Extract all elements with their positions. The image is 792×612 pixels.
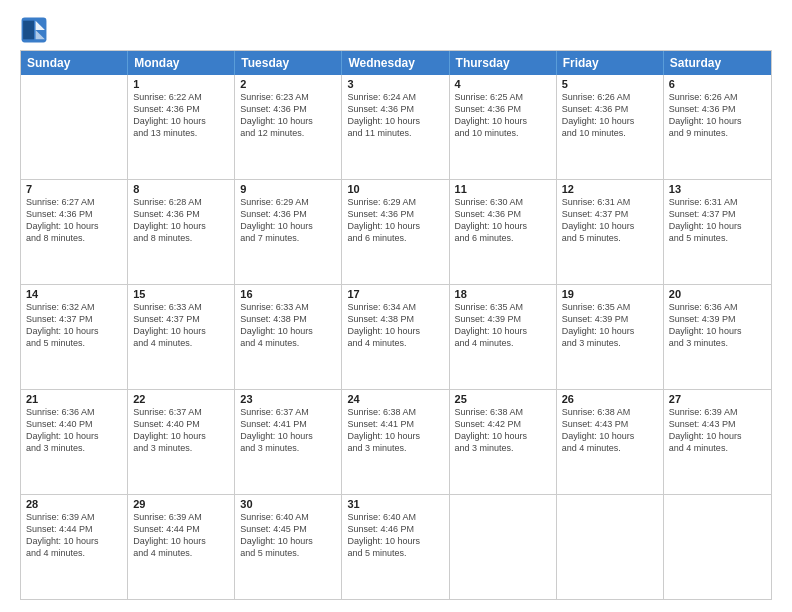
day-info: Sunrise: 6:24 AM Sunset: 4:36 PM Dayligh…	[347, 91, 443, 140]
calendar-cell	[557, 495, 664, 599]
day-info: Sunrise: 6:38 AM Sunset: 4:41 PM Dayligh…	[347, 406, 443, 455]
calendar-cell: 26Sunrise: 6:38 AM Sunset: 4:43 PM Dayli…	[557, 390, 664, 494]
calendar-cell: 2Sunrise: 6:23 AM Sunset: 4:36 PM Daylig…	[235, 75, 342, 179]
calendar-cell: 12Sunrise: 6:31 AM Sunset: 4:37 PM Dayli…	[557, 180, 664, 284]
calendar-row-2: 14Sunrise: 6:32 AM Sunset: 4:37 PM Dayli…	[21, 284, 771, 389]
day-info: Sunrise: 6:31 AM Sunset: 4:37 PM Dayligh…	[669, 196, 766, 245]
calendar-cell: 11Sunrise: 6:30 AM Sunset: 4:36 PM Dayli…	[450, 180, 557, 284]
day-number: 18	[455, 288, 551, 300]
calendar-cell: 8Sunrise: 6:28 AM Sunset: 4:36 PM Daylig…	[128, 180, 235, 284]
day-info: Sunrise: 6:34 AM Sunset: 4:38 PM Dayligh…	[347, 301, 443, 350]
day-number: 7	[26, 183, 122, 195]
calendar-cell: 1Sunrise: 6:22 AM Sunset: 4:36 PM Daylig…	[128, 75, 235, 179]
calendar-body: 1Sunrise: 6:22 AM Sunset: 4:36 PM Daylig…	[21, 75, 771, 599]
calendar-cell: 6Sunrise: 6:26 AM Sunset: 4:36 PM Daylig…	[664, 75, 771, 179]
day-info: Sunrise: 6:38 AM Sunset: 4:43 PM Dayligh…	[562, 406, 658, 455]
day-info: Sunrise: 6:38 AM Sunset: 4:42 PM Dayligh…	[455, 406, 551, 455]
day-number: 28	[26, 498, 122, 510]
day-info: Sunrise: 6:40 AM Sunset: 4:45 PM Dayligh…	[240, 511, 336, 560]
header-cell-thursday: Thursday	[450, 51, 557, 75]
calendar-row-1: 7Sunrise: 6:27 AM Sunset: 4:36 PM Daylig…	[21, 179, 771, 284]
header-cell-friday: Friday	[557, 51, 664, 75]
calendar-row-3: 21Sunrise: 6:36 AM Sunset: 4:40 PM Dayli…	[21, 389, 771, 494]
day-number: 2	[240, 78, 336, 90]
header-cell-wednesday: Wednesday	[342, 51, 449, 75]
day-info: Sunrise: 6:30 AM Sunset: 4:36 PM Dayligh…	[455, 196, 551, 245]
day-info: Sunrise: 6:39 AM Sunset: 4:44 PM Dayligh…	[26, 511, 122, 560]
day-info: Sunrise: 6:39 AM Sunset: 4:44 PM Dayligh…	[133, 511, 229, 560]
day-number: 6	[669, 78, 766, 90]
day-info: Sunrise: 6:29 AM Sunset: 4:36 PM Dayligh…	[240, 196, 336, 245]
day-info: Sunrise: 6:27 AM Sunset: 4:36 PM Dayligh…	[26, 196, 122, 245]
header-cell-sunday: Sunday	[21, 51, 128, 75]
calendar-cell: 24Sunrise: 6:38 AM Sunset: 4:41 PM Dayli…	[342, 390, 449, 494]
day-info: Sunrise: 6:23 AM Sunset: 4:36 PM Dayligh…	[240, 91, 336, 140]
day-info: Sunrise: 6:28 AM Sunset: 4:36 PM Dayligh…	[133, 196, 229, 245]
calendar-cell: 16Sunrise: 6:33 AM Sunset: 4:38 PM Dayli…	[235, 285, 342, 389]
calendar-cell	[450, 495, 557, 599]
calendar-cell: 15Sunrise: 6:33 AM Sunset: 4:37 PM Dayli…	[128, 285, 235, 389]
calendar-cell: 9Sunrise: 6:29 AM Sunset: 4:36 PM Daylig…	[235, 180, 342, 284]
calendar-cell: 20Sunrise: 6:36 AM Sunset: 4:39 PM Dayli…	[664, 285, 771, 389]
page: SundayMondayTuesdayWednesdayThursdayFrid…	[0, 0, 792, 612]
calendar-cell: 17Sunrise: 6:34 AM Sunset: 4:38 PM Dayli…	[342, 285, 449, 389]
day-number: 12	[562, 183, 658, 195]
calendar-cell: 22Sunrise: 6:37 AM Sunset: 4:40 PM Dayli…	[128, 390, 235, 494]
day-number: 5	[562, 78, 658, 90]
calendar-cell: 28Sunrise: 6:39 AM Sunset: 4:44 PM Dayli…	[21, 495, 128, 599]
day-number: 21	[26, 393, 122, 405]
calendar-cell: 21Sunrise: 6:36 AM Sunset: 4:40 PM Dayli…	[21, 390, 128, 494]
day-info: Sunrise: 6:22 AM Sunset: 4:36 PM Dayligh…	[133, 91, 229, 140]
day-number: 29	[133, 498, 229, 510]
day-number: 3	[347, 78, 443, 90]
day-number: 20	[669, 288, 766, 300]
day-info: Sunrise: 6:32 AM Sunset: 4:37 PM Dayligh…	[26, 301, 122, 350]
day-number: 19	[562, 288, 658, 300]
calendar-row-4: 28Sunrise: 6:39 AM Sunset: 4:44 PM Dayli…	[21, 494, 771, 599]
calendar: SundayMondayTuesdayWednesdayThursdayFrid…	[20, 50, 772, 600]
day-number: 11	[455, 183, 551, 195]
day-number: 30	[240, 498, 336, 510]
header	[20, 16, 772, 44]
calendar-cell: 31Sunrise: 6:40 AM Sunset: 4:46 PM Dayli…	[342, 495, 449, 599]
header-cell-saturday: Saturday	[664, 51, 771, 75]
day-number: 15	[133, 288, 229, 300]
day-number: 9	[240, 183, 336, 195]
calendar-cell: 5Sunrise: 6:26 AM Sunset: 4:36 PM Daylig…	[557, 75, 664, 179]
day-number: 8	[133, 183, 229, 195]
day-info: Sunrise: 6:39 AM Sunset: 4:43 PM Dayligh…	[669, 406, 766, 455]
calendar-row-0: 1Sunrise: 6:22 AM Sunset: 4:36 PM Daylig…	[21, 75, 771, 179]
calendar-cell	[664, 495, 771, 599]
calendar-cell: 23Sunrise: 6:37 AM Sunset: 4:41 PM Dayli…	[235, 390, 342, 494]
calendar-cell	[21, 75, 128, 179]
day-info: Sunrise: 6:33 AM Sunset: 4:37 PM Dayligh…	[133, 301, 229, 350]
day-info: Sunrise: 6:37 AM Sunset: 4:41 PM Dayligh…	[240, 406, 336, 455]
day-info: Sunrise: 6:29 AM Sunset: 4:36 PM Dayligh…	[347, 196, 443, 245]
calendar-cell: 3Sunrise: 6:24 AM Sunset: 4:36 PM Daylig…	[342, 75, 449, 179]
day-info: Sunrise: 6:40 AM Sunset: 4:46 PM Dayligh…	[347, 511, 443, 560]
calendar-cell: 30Sunrise: 6:40 AM Sunset: 4:45 PM Dayli…	[235, 495, 342, 599]
calendar-header: SundayMondayTuesdayWednesdayThursdayFrid…	[21, 51, 771, 75]
day-info: Sunrise: 6:35 AM Sunset: 4:39 PM Dayligh…	[455, 301, 551, 350]
calendar-cell: 27Sunrise: 6:39 AM Sunset: 4:43 PM Dayli…	[664, 390, 771, 494]
calendar-cell: 29Sunrise: 6:39 AM Sunset: 4:44 PM Dayli…	[128, 495, 235, 599]
day-info: Sunrise: 6:31 AM Sunset: 4:37 PM Dayligh…	[562, 196, 658, 245]
day-info: Sunrise: 6:25 AM Sunset: 4:36 PM Dayligh…	[455, 91, 551, 140]
day-info: Sunrise: 6:33 AM Sunset: 4:38 PM Dayligh…	[240, 301, 336, 350]
header-cell-tuesday: Tuesday	[235, 51, 342, 75]
calendar-cell: 4Sunrise: 6:25 AM Sunset: 4:36 PM Daylig…	[450, 75, 557, 179]
day-number: 31	[347, 498, 443, 510]
day-number: 24	[347, 393, 443, 405]
day-number: 17	[347, 288, 443, 300]
day-number: 4	[455, 78, 551, 90]
calendar-cell: 14Sunrise: 6:32 AM Sunset: 4:37 PM Dayli…	[21, 285, 128, 389]
day-number: 14	[26, 288, 122, 300]
calendar-cell: 18Sunrise: 6:35 AM Sunset: 4:39 PM Dayli…	[450, 285, 557, 389]
day-number: 23	[240, 393, 336, 405]
logo-icon	[20, 16, 48, 44]
logo	[20, 16, 52, 44]
day-number: 10	[347, 183, 443, 195]
day-info: Sunrise: 6:37 AM Sunset: 4:40 PM Dayligh…	[133, 406, 229, 455]
calendar-cell: 7Sunrise: 6:27 AM Sunset: 4:36 PM Daylig…	[21, 180, 128, 284]
day-number: 25	[455, 393, 551, 405]
